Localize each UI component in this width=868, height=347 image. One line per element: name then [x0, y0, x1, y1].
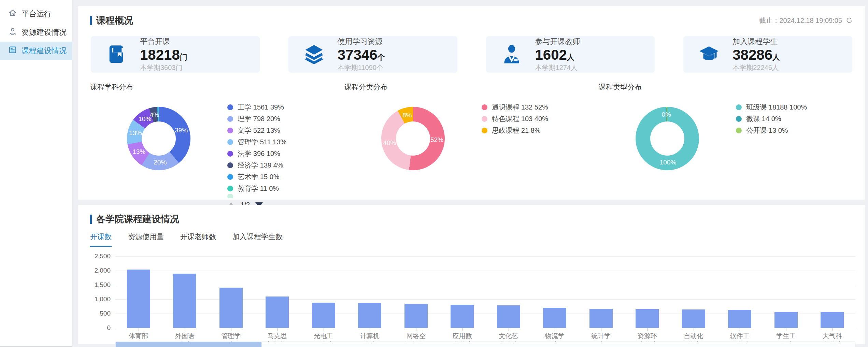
metric-tabs: 开课数资源使用量开课老师数加入课程学生数 — [90, 232, 853, 247]
overview-header: 课程概况 截止：2024.12.18 19:09:05 — [90, 6, 853, 27]
sidebar-item-1[interactable]: 平台运行 — [0, 5, 72, 23]
y-axis-label: 2,000 — [90, 267, 111, 274]
stat-cards: 平台开课18218门本学期3603门使用学习资源37346个本学期11090个参… — [90, 36, 853, 73]
pie-legend: 通识课程 132 52%特色课程 103 40%思政课程 21 8% — [482, 99, 599, 178]
pie-charts-row: 课程学科分布39%20%13%13%10%4%工学 1561 39%理学 798… — [90, 82, 853, 209]
refresh-icon[interactable] — [845, 17, 853, 24]
datazoom-slider-thumb[interactable] — [116, 342, 261, 347]
x-axis-tick — [786, 328, 786, 331]
sidebar-item-2[interactable]: 资源建设情况 — [0, 23, 72, 42]
x-axis-tick — [694, 328, 694, 331]
tab-3[interactable]: 开课老师数 — [180, 232, 216, 247]
pie-chart-title: 课程分类分布 — [344, 82, 599, 92]
y-axis-label: 2,500 — [90, 252, 111, 260]
legend-item-管理学[interactable]: 管理学 511 13% — [227, 136, 344, 148]
legend-item-艺术学[interactable]: 艺术学 15 0% — [227, 171, 344, 183]
bar-slot-管理学: 管理学院 — [208, 256, 254, 328]
donut-hole — [142, 121, 176, 156]
legend-item-特色课程[interactable]: 特色课程 103 40% — [482, 113, 599, 125]
main-content: 课程概况 截止：2024.12.18 19:09:05 平台开课18218门本学… — [72, 0, 868, 347]
slice-label-经济学: 4% — [150, 111, 159, 119]
tab-1[interactable]: 开课数 — [90, 232, 112, 247]
pie-chart-body: 52%40%8%通识课程 132 52%特色课程 103 40%思政课程 21 … — [344, 99, 599, 178]
datazoom-slider-track[interactable] — [115, 342, 855, 347]
legend-item-工学[interactable]: 工学 1561 39% — [227, 101, 344, 113]
bar-slot-学生工: 学生工作处 — [763, 256, 809, 328]
legend-item-理学[interactable]: 理学 798 20% — [227, 113, 344, 125]
stat-card-label: 加入课程学生 — [732, 37, 780, 47]
legend-dot — [227, 174, 233, 180]
stat-card-unit: 个 — [378, 53, 385, 61]
x-axis-tick — [740, 328, 740, 331]
bar-slot-软件工: 软件工程学院 — [717, 256, 763, 328]
donut-hole — [650, 121, 684, 156]
stat-card-sub: 本学期22246人 — [732, 63, 780, 72]
teacher-icon — [500, 43, 523, 66]
legend-label: 艺术学 15 0% — [238, 172, 279, 182]
y-axis-label: 1,000 — [90, 295, 111, 303]
legend-dot — [482, 128, 487, 133]
legend-item-班级课[interactable]: 班级课 18188 100% — [736, 101, 853, 113]
legend-item-通识课程[interactable]: 通识课程 132 52% — [482, 101, 599, 113]
pie-chart-body: 39%20%13%13%10%4%工学 1561 39%理学 798 20%文学… — [90, 99, 344, 209]
stat-card-value: 18218 — [140, 47, 180, 63]
legend-label: 公开课 13 0% — [746, 126, 788, 135]
bars-container: 体育部外国语学院管理学院马克思主义学..光电工程学院计算机学院网络空间安全..应… — [115, 256, 855, 328]
legend-dot — [227, 151, 233, 157]
legend-item-思政课程[interactable]: 思政课程 21 8% — [482, 125, 599, 136]
legend-item-教育学[interactable]: 教育学 11 0% — [227, 183, 344, 194]
x-axis-tick — [416, 328, 416, 331]
gridline-0 — [115, 328, 855, 328]
legend-item-经济学[interactable]: 经济学 139 4% — [227, 159, 344, 171]
bar-管理学院 — [219, 288, 243, 328]
pie-chart-2: 课程分类分布52%40%8%通识课程 132 52%特色课程 103 40%思政… — [344, 82, 599, 209]
legend-item-微课[interactable]: 微课 14 0% — [736, 113, 853, 125]
legend-item-法学[interactable]: 法学 396 10% — [227, 148, 344, 159]
slice-label-文学: 13% — [132, 148, 145, 156]
sidebar-item-3[interactable]: 课程建设情况 — [0, 42, 72, 60]
bar-外国语学院 — [173, 274, 196, 328]
bar-slot-计算机: 计算机学院 — [347, 256, 393, 328]
college-title: 各学院课程建设情况 — [96, 213, 179, 225]
donut-wrap: 39%20%13%13%10%4% — [90, 99, 227, 209]
layers-icon — [303, 43, 325, 66]
overview-title: 课程概况 — [96, 14, 133, 27]
x-axis-tick — [185, 328, 185, 331]
bar-资源环境学院 — [636, 309, 659, 328]
legend-dot — [227, 104, 233, 110]
legend-item-truncated — [227, 194, 344, 198]
legend-dot — [227, 116, 233, 122]
legend-item-公开课[interactable]: 公开课 13 0% — [736, 125, 853, 136]
slice-label-通识课程: 52% — [430, 136, 443, 144]
stat-card-value-line: 18218门 — [140, 47, 187, 62]
legend-label: 教育学 11 0% — [238, 184, 279, 193]
legend-dot — [736, 116, 742, 122]
legend-dot — [482, 104, 487, 110]
book-icon — [105, 43, 128, 66]
stat-card-text: 使用学习资源37346个本学期11090个 — [338, 37, 385, 72]
x-axis-label: 体育部 — [115, 332, 162, 341]
tab-2[interactable]: 资源使用量 — [128, 232, 164, 247]
bar-slot-物流学: 物流学院 — [532, 256, 578, 328]
bar-slot-应用数: 应用数学学院 — [439, 256, 486, 328]
graduate-icon — [698, 43, 720, 66]
stat-card-label: 使用学习资源 — [338, 37, 385, 47]
legend-item-文学[interactable]: 文学 522 13% — [227, 125, 344, 136]
stat-card-value-line: 1602人 — [535, 47, 580, 62]
bar-slot-资源环: 资源环境学院 — [624, 256, 671, 328]
pie-chart-1: 课程学科分布39%20%13%13%10%4%工学 1561 39%理学 798… — [90, 82, 344, 209]
bar-slot-光电工: 光电工程学院 — [300, 256, 347, 328]
title-accent-bar — [90, 16, 92, 25]
slice-label-工学: 39% — [175, 127, 188, 134]
legend-dot — [227, 186, 233, 191]
dashboard: 平台运行资源建设情况课程建设情况 课程概况 截止：2024.12.18 19:0… — [0, 0, 868, 347]
sidebar-item-label: 平台运行 — [22, 9, 52, 19]
bar-体育部 — [127, 270, 150, 328]
stat-card-1: 平台开课18218门本学期3603门 — [91, 36, 260, 73]
datazoom-data-shadow — [261, 345, 840, 345]
legend-label: 管理学 511 13% — [238, 138, 286, 147]
legend-label: 法学 396 10% — [238, 149, 280, 158]
slice-label-管理学: 13% — [129, 129, 142, 137]
legend-dot — [736, 104, 742, 110]
tab-4[interactable]: 加入课程学生数 — [232, 232, 283, 247]
